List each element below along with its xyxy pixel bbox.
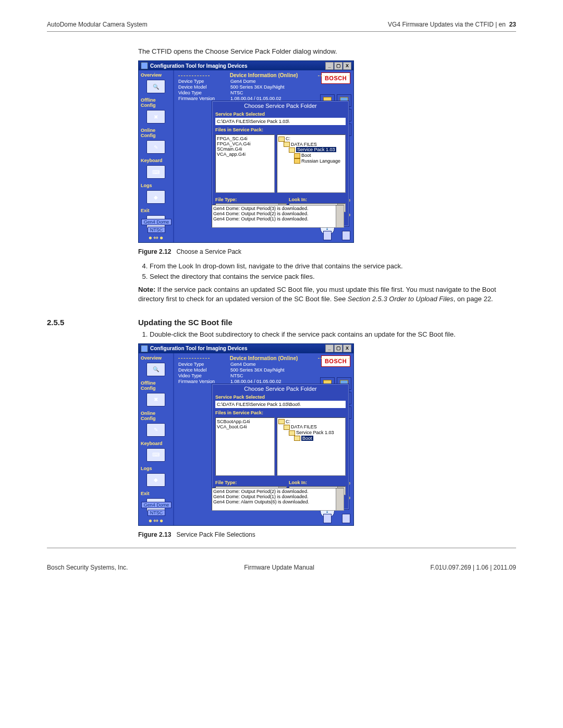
footer-icon-2[interactable] — [342, 231, 350, 240]
sidebar: Overview 🔍 Offline Config ✖ Online Confi… — [139, 353, 174, 525]
folder-icon — [284, 425, 290, 430]
step-4: From the Look In drop-down list, navigat… — [150, 262, 516, 271]
dialog-title: Choose Service Pack Folder — [212, 384, 349, 393]
offline-icon[interactable]: ✖ — [146, 393, 165, 406]
header-right: VG4 Firmware Updates via the CTFID | en … — [388, 21, 516, 28]
sidebar-item-logs[interactable]: Logs — [139, 465, 173, 472]
minimize-button[interactable]: _ — [325, 62, 334, 70]
status-dots-icon: ●⇔● — [149, 234, 165, 241]
folder-icon — [294, 158, 300, 164]
logs-icon[interactable]: ◆ — [146, 190, 165, 204]
maximize-button[interactable]: ▢ — [334, 62, 342, 70]
online-icon[interactable]: ✎ — [146, 140, 165, 154]
steps-list-2: Double-click the Boot subdirectory to ch… — [138, 330, 516, 339]
close-button[interactable]: X — [343, 62, 351, 70]
window-title: Configuration Tool for Imaging Devices — [150, 63, 248, 69]
overview-icon[interactable]: 🔍 — [146, 363, 165, 376]
footer-icon-2[interactable] — [342, 514, 350, 523]
sidebar-item-overview[interactable]: Overview — [139, 354, 173, 362]
window-title: Configuration Tool for Imaging Devices — [150, 346, 248, 351]
lookin-label: Look In: — [289, 479, 346, 486]
footer-rule — [47, 548, 516, 548]
folder-icon — [284, 142, 290, 147]
keyboard-icon[interactable]: ⌨ — [146, 165, 165, 179]
device-info-title: Device Information (Online) — [178, 355, 349, 361]
footer-center: Firmware Update Manual — [244, 564, 314, 571]
sidebar-item-keyboard[interactable]: Keyboard — [139, 440, 173, 447]
footer-icon-1[interactable] — [323, 231, 332, 240]
sidebar-item-exit[interactable]: Exit — [139, 490, 173, 497]
footer-icon-1[interactable] — [323, 514, 332, 523]
status-log[interactable]: Gen4 Dome: Output Period(3) is downloade… — [212, 205, 344, 228]
sidebar-item-keyboard[interactable]: Keyboard — [139, 157, 173, 164]
header-left: AutoDome Modular Camera System — [47, 21, 148, 28]
sidebar-item-offline[interactable]: Offline Config — [139, 379, 173, 392]
selected-folder[interactable]: Service Pack 1.03 — [296, 147, 336, 152]
app-icon — [141, 345, 148, 352]
figure-2-13: Configuration Tool for Imaging Devices _… — [138, 343, 516, 526]
folder-tree[interactable]: C: DATA FILES Service Pack 1.03 Boot — [277, 417, 346, 476]
folder-icon — [289, 430, 295, 436]
service-pack-path[interactable]: C:\DATA FILES\Service Pack 1.03\ — [215, 118, 346, 125]
ctfid-window-1: Configuration Tool for Imaging Devices _… — [138, 60, 354, 243]
maximize-button[interactable]: ▢ — [334, 344, 342, 352]
status-dots-icon: ●⇔● — [149, 517, 165, 524]
step-5: Select the directory that contains the s… — [150, 272, 516, 281]
files-list[interactable]: SCBootApp.G4i VCA_boot.G4i — [215, 417, 275, 476]
overview-icon[interactable]: 🔍 — [146, 80, 165, 93]
status-log[interactable]: Gen4 Dome: Output Period(2) is downloade… — [212, 488, 344, 511]
folder-icon — [289, 147, 295, 153]
minimize-button[interactable]: _ — [325, 344, 334, 352]
folder-icon — [294, 153, 300, 158]
sidebar: Overview 🔍 Offline Config ✖ Online Confi… — [139, 70, 174, 242]
sidebar-item-offline[interactable]: Offline Config — [139, 96, 173, 109]
status-chips: Gen4 Dome NTSC ●⇔● — [141, 218, 172, 241]
dialog-title: Choose Service Pack Folder — [212, 101, 349, 110]
sidebar-item-logs[interactable]: Logs — [139, 182, 173, 189]
files-label: Files in Service Pack: — [212, 126, 349, 133]
footer-right: F.01U.097.269 | 1.06 | 2011.09 — [431, 564, 516, 571]
figure-2-13-caption: Figure 2.13 Service Pack File Selections — [138, 531, 516, 538]
section-title: Updating the SC Boot file — [138, 318, 516, 327]
filetype-label: File Type: — [215, 196, 287, 203]
offline-icon[interactable]: ✖ — [146, 110, 165, 124]
lookin-label: Look In: — [289, 196, 346, 203]
sidebar-item-online[interactable]: Online Config — [139, 410, 173, 422]
folder-icon — [278, 419, 285, 424]
filetype-label: File Type: — [215, 479, 287, 486]
logs-icon[interactable]: ◆ — [146, 473, 165, 487]
window-titlebar[interactable]: Configuration Tool for Imaging Devices _… — [139, 61, 353, 70]
note-block: Note: If the service pack contains an up… — [138, 285, 516, 303]
sidebar-item-online[interactable]: Online Config — [139, 127, 173, 139]
keyboard-icon[interactable]: ⌨ — [146, 448, 165, 462]
scrollbar[interactable] — [336, 488, 344, 510]
steps-list-1: From the Look In drop-down list, navigat… — [138, 262, 516, 281]
service-pack-path[interactable]: C:\DATA FILES\Service Pack 1.03\Boot\ — [215, 401, 346, 408]
folder-icon — [278, 137, 285, 142]
close-button[interactable]: X — [343, 344, 351, 352]
sidebar-item-overview[interactable]: Overview — [139, 71, 173, 79]
device-info-title: Device Information (Online) — [178, 72, 349, 78]
files-label: Files in Service Pack: — [212, 409, 349, 416]
folder-tree[interactable]: C: DATA FILES Service Pack 1.03 Boot Rus… — [277, 134, 346, 193]
ctfid-window-2: Configuration Tool for Imaging Devices _… — [138, 343, 354, 526]
section-number: 2.5.5 — [47, 318, 138, 327]
sps-label: Service Pack Selected — [212, 393, 349, 401]
sps-label: Service Pack Selected — [212, 110, 349, 118]
folder-icon — [294, 436, 300, 441]
figure-2-12-caption: Figure 2.12 Choose a Service Pack — [138, 248, 516, 255]
window-titlebar[interactable]: Configuration Tool for Imaging Devices _… — [139, 344, 353, 353]
app-icon — [141, 62, 148, 69]
selected-folder[interactable]: Boot — [301, 436, 313, 441]
scrollbar[interactable] — [336, 205, 344, 227]
status-chips: Gen4 Dome NTSC ●⇔● — [141, 501, 172, 524]
step-1: Double-click the Boot subdirectory to ch… — [150, 330, 516, 339]
sidebar-item-exit[interactable]: Exit — [139, 207, 173, 214]
intro-text: The CTFID opens the Choose Service Pack … — [138, 47, 516, 55]
online-icon[interactable]: ✎ — [146, 423, 165, 437]
header-rule — [47, 31, 516, 32]
footer-left: Bosch Security Systems, Inc. — [47, 564, 128, 571]
files-list[interactable]: FPGA_SC.G4i FPGA_VCA.G4i SCmain.G4i VCA_… — [215, 134, 275, 193]
figure-2-12: Configuration Tool for Imaging Devices _… — [138, 60, 516, 243]
